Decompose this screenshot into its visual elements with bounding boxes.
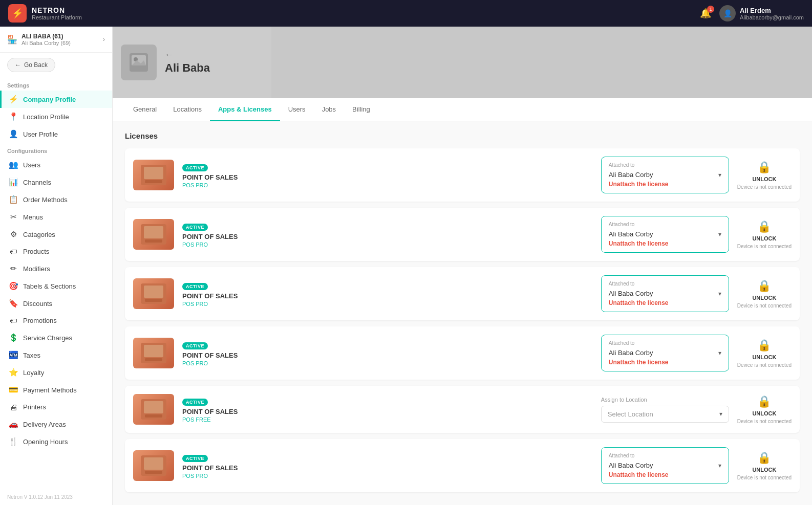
notification-button[interactable]: 🔔 1 [700,8,711,19]
license-name: POINT OF SALES [182,464,593,472]
attached-select-chevron-icon: ▾ [718,171,721,179]
license-action-area: Assign to Location Select Location ▾ 🔒 U… [601,395,792,424]
unlock-label[interactable]: UNLOCK [752,235,776,241]
sidebar-item-opening-hours[interactable]: 🍴 Opening Hours [0,433,112,450]
device-status: Device is not connected [737,475,792,480]
sidebar-item-printers[interactable]: 🖨 Printers [0,399,112,415]
sidebar-item-location-profile[interactable]: 📍 Location Profile [0,108,112,125]
attached-select[interactable]: Ali Baba Corby ▾ [609,462,721,469]
unattach-button[interactable]: Unattach the license [609,181,669,188]
license-action-area: Attached to Ali Baba Corby ▾ Unattach th… [601,157,792,193]
user-menu[interactable]: 👤 Ali Erdem Alibabacorby@gmail.com [719,5,804,21]
banner-left: ← Ali Baba [113,27,271,98]
top-navbar: ⚡ NETRON Restaurant Platform 🔔 1 👤 Ali E… [0,0,812,27]
active-badge: ACTIVE [182,224,208,231]
company-profile-icon: ⚡ [9,95,18,104]
sidebar-location-inner: 🏪 ALI BABA (61) Ali Baba Corby (69) [7,33,71,46]
sidebar-item-taxes[interactable]: 🏧 Taxes [0,346,112,364]
location-icon: 🏪 [7,35,17,45]
sidebar-item-label: Promotions [23,317,57,324]
attached-box: Attached to Ali Baba Corby ▾ Unattach th… [601,275,729,312]
users-icon: 👥 [9,160,18,169]
lock-icon: 🔒 [757,339,771,352]
attached-label: Attached to [609,340,721,346]
sidebar-item-channels[interactable]: 📊 Channels [0,173,112,191]
sidebar-item-products[interactable]: 🏷 Products [0,243,112,260]
sidebar-item-promotions[interactable]: 🏷 Promotions [0,312,112,329]
unlock-label[interactable]: UNLOCK [752,410,776,416]
sidebar-item-service-charges[interactable]: 💲 Service Charges [0,329,112,346]
svg-rect-11 [144,286,163,298]
tab-billing[interactable]: Billing [344,98,378,121]
back-button[interactable]: ← [165,50,210,59]
avatar: 👤 [719,5,736,21]
sidebar-item-label: Service Charges [23,334,72,342]
license-action-area: Attached to Ali Baba Corby ▾ Unattach th… [601,335,792,371]
license-info: ACTIVE POINT OF SALES POS PRO [182,162,593,188]
select-location-dropdown[interactable]: Select Location ▾ [601,406,729,423]
sidebar-item-label: Discounts [23,300,52,308]
unlock-area: 🔒 UNLOCK Device is not connected [737,220,792,249]
unattach-button[interactable]: Unattach the license [609,299,669,306]
license-card: ACTIVE POINT OF SALES POS PRO Attached t… [125,326,800,380]
company-banner: ← Ali Baba [113,27,812,98]
promotions-icon: 🏷 [9,316,18,325]
sidebar-item-label: Delivery Areas [23,421,66,428]
unlock-area: 🔒 UNLOCK Device is not connected [737,451,792,480]
tab-apps-licenses[interactable]: Apps & Licenses [210,98,280,121]
lock-icon: 🔒 [757,395,771,408]
sidebar-item-loyalty[interactable]: ⭐ Loyalty [0,364,112,381]
license-action-area: Attached to Ali Baba Corby ▾ Unattach th… [601,216,792,253]
license-card: ACTIVE POINT OF SALES POS PRO Attached t… [125,208,800,261]
svg-rect-14 [144,345,163,357]
sidebar-item-discounts[interactable]: 🔖 Discounts [0,295,112,312]
configurations-section-label: Configurations [0,143,112,156]
sidebar-item-menus[interactable]: ✂ Menus [0,208,112,226]
sidebar-location-selector[interactable]: 🏪 ALI BABA (61) Ali Baba Corby (69) › [0,27,112,53]
attached-select[interactable]: Ali Baba Corby ▾ [609,349,721,357]
sidebar-item-categories[interactable]: ⚙ Catagories [0,226,112,243]
attached-select[interactable]: Ali Baba Corby ▾ [609,290,721,297]
device-status: Device is not connected [737,419,792,424]
opening-hours-icon: 🍴 [9,437,18,446]
unlock-label[interactable]: UNLOCK [752,176,776,182]
license-image [133,278,174,309]
sidebar-item-label: Opening Hours [23,438,68,446]
unlock-label[interactable]: UNLOCK [752,295,776,301]
tab-locations[interactable]: Locations [165,98,210,121]
lock-icon: 🔒 [757,451,771,465]
device-status: Device is not connected [737,184,792,190]
svg-rect-12 [145,299,162,302]
tab-users[interactable]: Users [280,98,314,121]
sidebar-item-label: Users [23,161,40,169]
sidebar-item-delivery-areas[interactable]: 🚗 Delivery Areas [0,415,112,433]
user-email: Alibabacorby@gmail.com [740,14,804,20]
attached-value: Ali Baba Corby [609,171,653,179]
discounts-icon: 🔖 [9,299,18,308]
sidebar-item-order-methods[interactable]: 📋 Order Methods [0,191,112,208]
attached-select[interactable]: Ali Baba Corby ▾ [609,230,721,238]
unattach-button[interactable]: Unattach the license [609,471,669,478]
go-back-button[interactable]: ← Go Back [7,58,55,72]
unattach-button[interactable]: Unattach the license [609,240,669,247]
attached-select[interactable]: Ali Baba Corby ▾ [609,171,721,179]
unlock-label[interactable]: UNLOCK [752,467,776,473]
sidebar-item-user-profile[interactable]: 👤 User Profile [0,125,112,143]
unattach-button[interactable]: Unattach the license [609,359,669,366]
sidebar-item-company-profile[interactable]: ⚡ Company Profile [0,91,112,108]
sidebar-item-payment-methods[interactable]: 💳 Payment Methods [0,381,112,399]
taxes-icon: 🏧 [9,350,18,360]
unlock-label[interactable]: UNLOCK [752,354,776,360]
sidebar-item-users[interactable]: 👥 Users [0,156,112,173]
banner-background [271,27,812,98]
sidebar-item-modifiers[interactable]: ✏ Modifiers [0,260,112,277]
active-badge: ACTIVE [182,399,208,406]
unlock-area: 🔒 UNLOCK Device is not connected [737,161,792,190]
license-tier: POS PRO [182,182,593,188]
sidebar-item-tables-sections[interactable]: 🎯 Tabels & Sections [0,277,112,295]
banner-title-block: ← Ali Baba [165,50,210,75]
tab-general[interactable]: General [125,98,165,121]
tab-jobs[interactable]: Jobs [314,98,344,121]
app-body: 🏪 ALI BABA (61) Ali Baba Corby (69) › ← … [0,27,812,505]
sidebar-item-label: Taxes [23,352,40,359]
